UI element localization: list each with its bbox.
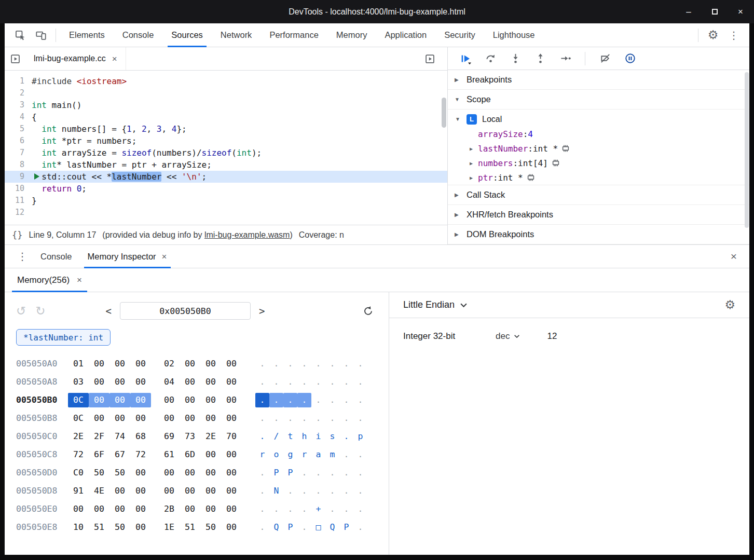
memory-byte[interactable]: 00 <box>200 375 221 389</box>
memory-byte[interactable]: 00 <box>180 357 200 371</box>
refresh-button[interactable] <box>362 305 374 317</box>
quick-source-button[interactable] <box>419 48 440 69</box>
ascii-char[interactable]: . <box>339 411 353 426</box>
close-drawer-button[interactable]: × <box>731 250 742 263</box>
ascii-char[interactable]: . <box>325 466 339 480</box>
ascii-char[interactable]: . <box>283 375 297 389</box>
ascii-char[interactable]: . <box>297 375 311 389</box>
tab-console[interactable]: Console <box>114 23 163 47</box>
memory-byte[interactable]: 1E <box>159 520 180 535</box>
ascii-char[interactable]: g <box>283 447 297 462</box>
ascii-char[interactable]: r <box>297 447 311 462</box>
memory-byte[interactable]: 70 <box>221 429 242 444</box>
ascii-char[interactable]: m <box>325 447 339 462</box>
close-window-button[interactable]: × <box>735 7 746 17</box>
ascii-char[interactable]: . <box>269 411 283 426</box>
memory-byte[interactable]: 91 <box>68 484 89 498</box>
ascii-char[interactable]: . <box>297 357 311 371</box>
memory-byte[interactable]: 00 <box>159 393 180 407</box>
scope-variable[interactable]: ▶numbers: int[4] <box>448 156 749 170</box>
ascii-char[interactable]: . <box>353 447 367 462</box>
memory-byte[interactable]: 6D <box>180 447 200 462</box>
memory-byte[interactable]: 00 <box>200 411 221 426</box>
ascii-char[interactable]: . <box>255 411 269 426</box>
memory-byte[interactable]: 00 <box>130 357 151 371</box>
ascii-char[interactable]: . <box>297 466 311 480</box>
ascii-char[interactable]: . <box>297 411 311 426</box>
maximize-button[interactable] <box>709 7 720 17</box>
scrollbar-thumb[interactable] <box>745 72 749 228</box>
pretty-print-icon[interactable]: {} <box>12 230 22 240</box>
memory-byte[interactable]: 00 <box>221 484 242 498</box>
ascii-char[interactable]: . <box>353 520 367 535</box>
ascii-char[interactable]: . <box>297 502 311 516</box>
memory-byte[interactable]: C0 <box>68 466 89 480</box>
ascii-char[interactable]: . <box>255 429 269 444</box>
line-number[interactable]: 12 <box>5 207 32 218</box>
memory-byte[interactable]: 51 <box>180 520 200 535</box>
pause-on-exceptions-button[interactable] <box>621 50 639 67</box>
file-tab[interactable]: lmi-bug-example.cc × <box>25 47 126 70</box>
ascii-char[interactable]: . <box>325 484 339 498</box>
history-back-icon[interactable]: ↺ <box>16 305 26 317</box>
ascii-char[interactable]: . <box>353 466 367 480</box>
memory-byte[interactable]: 50 <box>109 466 130 480</box>
close-memory-tab-icon[interactable]: × <box>77 276 82 284</box>
memory-byte[interactable]: 00 <box>221 375 242 389</box>
tab-elements[interactable]: Elements <box>60 23 114 47</box>
drawer-tab-console[interactable]: Console <box>33 245 80 268</box>
memory-byte[interactable]: 00 <box>109 375 130 389</box>
memory-byte[interactable]: 02 <box>159 357 180 371</box>
memory-byte[interactable]: 00 <box>180 411 200 426</box>
memory-byte[interactable]: 72 <box>130 447 151 462</box>
memory-byte[interactable]: 50 <box>109 520 130 535</box>
ascii-char[interactable]: r <box>255 447 269 462</box>
tab-sources[interactable]: Sources <box>162 23 212 47</box>
close-file-tab-icon[interactable]: × <box>112 54 117 63</box>
ascii-char[interactable]: . <box>353 411 367 426</box>
deactivate-breakpoints-button[interactable] <box>596 50 614 67</box>
memory-byte[interactable]: 00 <box>130 484 151 498</box>
line-number[interactable]: 5 <box>5 123 32 135</box>
ascii-char[interactable]: . <box>255 502 269 516</box>
step-out-button[interactable] <box>531 50 550 67</box>
memory-byte[interactable]: 00 <box>221 520 242 535</box>
memory-byte[interactable]: 73 <box>180 429 200 444</box>
ascii-char[interactable]: . <box>353 502 367 516</box>
ascii-char[interactable]: . <box>283 484 297 498</box>
memory-byte[interactable]: 00 <box>89 357 109 371</box>
step-into-button[interactable] <box>506 50 525 67</box>
memory-inspector-icon[interactable] <box>552 159 560 167</box>
memory-byte[interactable]: 00 <box>200 466 221 480</box>
memory-byte[interactable]: 61 <box>159 447 180 462</box>
interpreter-settings-icon[interactable]: ⚙ <box>724 299 735 311</box>
ascii-char[interactable]: . <box>339 484 353 498</box>
ascii-char[interactable]: . <box>353 393 367 407</box>
line-number[interactable]: 3 <box>5 99 32 111</box>
memory-byte[interactable]: 00 <box>89 393 109 407</box>
ascii-char[interactable]: . <box>283 502 297 516</box>
tab-security[interactable]: Security <box>435 23 484 47</box>
ascii-char[interactable]: . <box>255 375 269 389</box>
ascii-char[interactable]: s <box>325 429 339 444</box>
tab-memory[interactable]: Memory <box>327 23 376 47</box>
memory-byte[interactable]: 2F <box>89 429 109 444</box>
sidebar-scrollbar[interactable] <box>745 72 749 239</box>
memory-byte[interactable]: 2E <box>68 429 89 444</box>
memory-byte[interactable]: 0C <box>68 393 89 407</box>
ascii-char[interactable]: . <box>353 357 367 371</box>
scope-variable[interactable]: ▶ptr: int * <box>448 170 749 185</box>
ascii-char[interactable]: o <box>269 447 283 462</box>
ascii-char[interactable]: . <box>325 411 339 426</box>
memory-byte[interactable]: 51 <box>89 520 109 535</box>
wasm-file-link[interactable]: lmi-bug-example.wasm <box>204 230 290 239</box>
ascii-char[interactable]: . <box>353 484 367 498</box>
memory-byte[interactable]: 00 <box>221 466 242 480</box>
line-number[interactable]: 7 <box>5 147 32 159</box>
ascii-char[interactable]: . <box>311 411 325 426</box>
memory-byte[interactable]: 00 <box>180 466 200 480</box>
memory-byte[interactable]: 4E <box>89 484 109 498</box>
ascii-char[interactable]: . <box>255 520 269 535</box>
section-breakpoints[interactable]: ▶ Breakpoints <box>448 70 749 90</box>
ascii-char[interactable]: . <box>297 393 311 407</box>
